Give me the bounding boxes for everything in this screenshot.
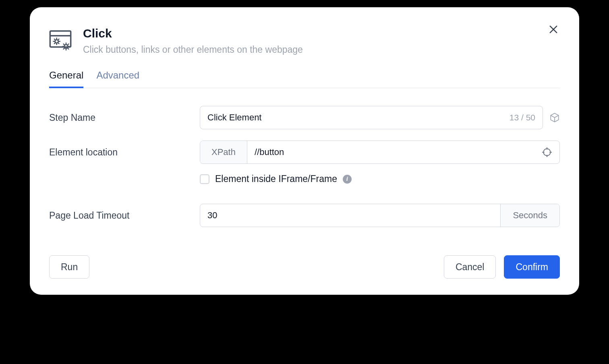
- row-step-name: Step Name 13 / 50: [49, 106, 560, 129]
- element-location-input[interactable]: [247, 141, 539, 163]
- page-load-timeout-input[interactable]: [200, 204, 500, 227]
- run-button[interactable]: Run: [49, 255, 89, 279]
- cancel-button[interactable]: Cancel: [444, 255, 496, 279]
- dialog-title: Click: [83, 27, 560, 40]
- dialog-header: Click Click buttons, links or other elem…: [49, 27, 560, 55]
- dialog-footer: Run Cancel Confirm: [49, 255, 560, 279]
- close-button[interactable]: [547, 23, 560, 36]
- label-step-name: Step Name: [49, 112, 200, 123]
- confirm-button[interactable]: Confirm: [504, 255, 560, 279]
- row-page-load-timeout: Page Load Timeout Seconds: [49, 204, 560, 227]
- svg-point-4: [543, 149, 550, 155]
- tabs: General Advanced: [49, 70, 560, 88]
- target-icon[interactable]: [542, 147, 552, 157]
- iframe-checkbox-label: Element inside IFrame/Frame: [215, 174, 337, 184]
- cube-icon[interactable]: [549, 112, 560, 123]
- step-name-counter: 13 / 50: [510, 113, 535, 122]
- label-page-load-timeout: Page Load Timeout: [49, 210, 200, 221]
- timeout-unit: Seconds: [500, 204, 559, 227]
- browser-settings-icon: [49, 28, 72, 51]
- tab-advanced[interactable]: Advanced: [96, 70, 139, 88]
- dialog-subtitle: Click buttons, links or other elements o…: [83, 44, 560, 55]
- click-step-dialog: Click Click buttons, links or other elem…: [30, 7, 579, 295]
- row-iframe-checkbox: Element inside IFrame/Frame i: [200, 174, 560, 184]
- close-icon: [548, 24, 559, 35]
- info-icon[interactable]: i: [343, 175, 352, 184]
- iframe-checkbox[interactable]: [200, 174, 209, 184]
- tab-general[interactable]: General: [49, 70, 83, 88]
- svg-point-2: [55, 40, 58, 43]
- row-element-location: Element location XPath: [49, 141, 560, 164]
- label-element-location: Element location: [49, 147, 200, 158]
- step-name-input[interactable]: [207, 106, 505, 129]
- selector-type-dropdown[interactable]: XPath: [200, 141, 247, 163]
